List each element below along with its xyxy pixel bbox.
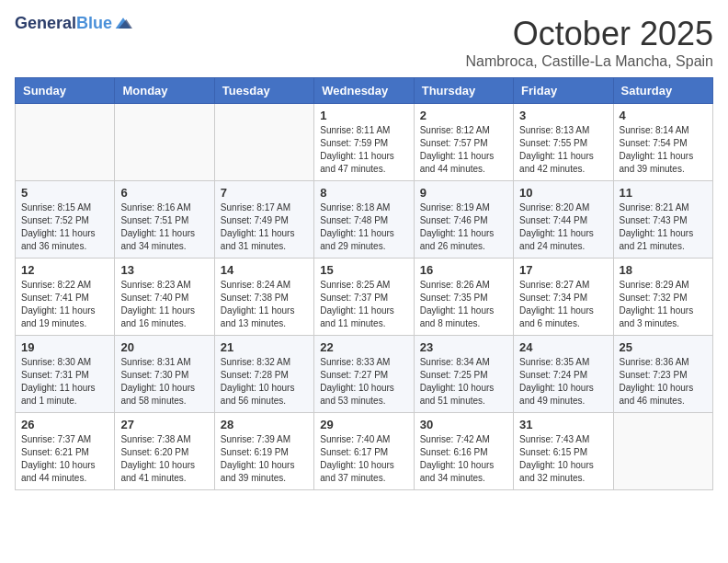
- day-info: Sunrise: 8:32 AM Sunset: 7:28 PM Dayligh…: [221, 356, 308, 408]
- calendar-cell: 16Sunrise: 8:26 AM Sunset: 7:35 PM Dayli…: [414, 259, 513, 336]
- column-header-monday: Monday: [115, 78, 214, 104]
- day-number: 18: [620, 263, 707, 277]
- logo-text: GeneralBlue: [15, 15, 112, 33]
- day-info: Sunrise: 8:17 AM Sunset: 7:49 PM Dayligh…: [221, 201, 308, 253]
- day-info: Sunrise: 8:21 AM Sunset: 7:43 PM Dayligh…: [620, 201, 707, 253]
- day-number: 4: [620, 109, 707, 122]
- calendar-cell: 7Sunrise: 8:17 AM Sunset: 7:49 PM Daylig…: [214, 181, 313, 259]
- day-number: 8: [320, 186, 407, 200]
- day-number: 5: [21, 186, 108, 200]
- day-number: 27: [120, 418, 208, 431]
- day-info: Sunrise: 8:29 AM Sunset: 7:32 PM Dayligh…: [620, 279, 707, 330]
- calendar-cell: 8Sunrise: 8:18 AM Sunset: 7:48 PM Daylig…: [314, 181, 414, 259]
- day-number: 15: [320, 263, 407, 277]
- calendar-header-row: SundayMondayTuesdayWednesdayThursdayFrid…: [16, 78, 713, 104]
- day-info: Sunrise: 8:20 AM Sunset: 7:44 PM Dayligh…: [519, 201, 607, 253]
- day-info: Sunrise: 8:16 AM Sunset: 7:51 PM Dayligh…: [120, 201, 208, 253]
- calendar-cell: 9Sunrise: 8:19 AM Sunset: 7:46 PM Daylig…: [414, 181, 513, 259]
- calendar-cell: 10Sunrise: 8:20 AM Sunset: 7:44 PM Dayli…: [514, 181, 613, 259]
- day-number: 31: [519, 418, 607, 431]
- day-number: 26: [21, 418, 108, 431]
- day-number: 6: [120, 186, 208, 200]
- day-number: 11: [620, 186, 707, 200]
- calendar-cell: 31Sunrise: 7:43 AM Sunset: 6:15 PM Dayli…: [514, 413, 613, 490]
- calendar-cell: 18Sunrise: 8:29 AM Sunset: 7:32 PM Dayli…: [613, 259, 712, 336]
- column-header-saturday: Saturday: [613, 78, 712, 104]
- day-number: 20: [120, 340, 208, 354]
- calendar-cell: 20Sunrise: 8:31 AM Sunset: 7:30 PM Dayli…: [115, 336, 214, 413]
- calendar-cell: [115, 104, 214, 181]
- day-info: Sunrise: 8:15 AM Sunset: 7:52 PM Dayligh…: [21, 201, 108, 253]
- calendar-cell: 13Sunrise: 8:23 AM Sunset: 7:40 PM Dayli…: [115, 259, 214, 336]
- logo-icon: [114, 15, 132, 33]
- calendar-cell: 26Sunrise: 7:37 AM Sunset: 6:21 PM Dayli…: [16, 413, 115, 490]
- day-info: Sunrise: 7:38 AM Sunset: 6:20 PM Dayligh…: [120, 433, 208, 485]
- day-info: Sunrise: 8:30 AM Sunset: 7:31 PM Dayligh…: [21, 356, 108, 408]
- day-info: Sunrise: 8:22 AM Sunset: 7:41 PM Dayligh…: [21, 279, 108, 330]
- day-info: Sunrise: 7:42 AM Sunset: 6:16 PM Dayligh…: [420, 433, 507, 485]
- day-info: Sunrise: 8:25 AM Sunset: 7:37 PM Dayligh…: [320, 279, 407, 330]
- calendar-cell: [16, 104, 115, 181]
- day-number: 3: [519, 109, 607, 122]
- day-info: Sunrise: 8:14 AM Sunset: 7:54 PM Dayligh…: [620, 124, 707, 176]
- calendar-cell: 1Sunrise: 8:11 AM Sunset: 7:59 PM Daylig…: [314, 104, 414, 181]
- title-block: October 2025 Nambroca, Castille-La Manch…: [466, 15, 713, 70]
- day-info: Sunrise: 8:13 AM Sunset: 7:55 PM Dayligh…: [519, 124, 607, 176]
- day-number: 28: [221, 418, 308, 431]
- day-number: 23: [420, 340, 507, 354]
- day-number: 22: [320, 340, 407, 354]
- day-info: Sunrise: 8:35 AM Sunset: 7:24 PM Dayligh…: [519, 356, 607, 408]
- day-number: 9: [420, 186, 507, 200]
- day-info: Sunrise: 8:18 AM Sunset: 7:48 PM Dayligh…: [320, 201, 407, 253]
- day-number: 12: [21, 263, 108, 277]
- column-header-sunday: Sunday: [16, 78, 115, 104]
- column-header-thursday: Thursday: [414, 78, 513, 104]
- calendar-cell: 25Sunrise: 8:36 AM Sunset: 7:23 PM Dayli…: [613, 336, 712, 413]
- logo: GeneralBlue: [15, 15, 132, 33]
- calendar-week-row: 5Sunrise: 8:15 AM Sunset: 7:52 PM Daylig…: [16, 181, 713, 259]
- day-info: Sunrise: 8:19 AM Sunset: 7:46 PM Dayligh…: [420, 201, 507, 253]
- day-info: Sunrise: 8:27 AM Sunset: 7:34 PM Dayligh…: [519, 279, 607, 330]
- month-title: October 2025: [466, 15, 713, 53]
- calendar-cell: 21Sunrise: 8:32 AM Sunset: 7:28 PM Dayli…: [214, 336, 313, 413]
- column-header-wednesday: Wednesday: [314, 78, 414, 104]
- day-info: Sunrise: 8:34 AM Sunset: 7:25 PM Dayligh…: [420, 356, 507, 408]
- calendar-cell: 4Sunrise: 8:14 AM Sunset: 7:54 PM Daylig…: [613, 104, 712, 181]
- calendar-table: SundayMondayTuesdayWednesdayThursdayFrid…: [15, 77, 713, 490]
- day-number: 13: [120, 263, 208, 277]
- day-number: 10: [519, 186, 607, 200]
- day-number: 21: [221, 340, 308, 354]
- calendar-week-row: 12Sunrise: 8:22 AM Sunset: 7:41 PM Dayli…: [16, 259, 713, 336]
- day-info: Sunrise: 8:12 AM Sunset: 7:57 PM Dayligh…: [420, 124, 507, 176]
- calendar-cell: 14Sunrise: 8:24 AM Sunset: 7:38 PM Dayli…: [214, 259, 313, 336]
- calendar-cell: 17Sunrise: 8:27 AM Sunset: 7:34 PM Dayli…: [514, 259, 613, 336]
- day-number: 19: [21, 340, 108, 354]
- day-number: 2: [420, 109, 507, 122]
- day-number: 30: [420, 418, 507, 431]
- calendar-week-row: 26Sunrise: 7:37 AM Sunset: 6:21 PM Dayli…: [16, 413, 713, 490]
- calendar-cell: 19Sunrise: 8:30 AM Sunset: 7:31 PM Dayli…: [16, 336, 115, 413]
- day-info: Sunrise: 7:43 AM Sunset: 6:15 PM Dayligh…: [519, 433, 607, 485]
- day-number: 1: [320, 109, 407, 122]
- day-info: Sunrise: 8:33 AM Sunset: 7:27 PM Dayligh…: [320, 356, 407, 408]
- day-number: 17: [519, 263, 607, 277]
- calendar-cell: 27Sunrise: 7:38 AM Sunset: 6:20 PM Dayli…: [115, 413, 214, 490]
- day-info: Sunrise: 7:39 AM Sunset: 6:19 PM Dayligh…: [221, 433, 308, 485]
- calendar-cell: 3Sunrise: 8:13 AM Sunset: 7:55 PM Daylig…: [514, 104, 613, 181]
- day-info: Sunrise: 8:31 AM Sunset: 7:30 PM Dayligh…: [120, 356, 208, 408]
- location-subtitle: Nambroca, Castille-La Mancha, Spain: [466, 53, 713, 70]
- day-info: Sunrise: 8:36 AM Sunset: 7:23 PM Dayligh…: [620, 356, 707, 408]
- calendar-cell: [613, 413, 712, 490]
- day-number: 24: [519, 340, 607, 354]
- calendar-cell: 6Sunrise: 8:16 AM Sunset: 7:51 PM Daylig…: [115, 181, 214, 259]
- calendar-cell: 29Sunrise: 7:40 AM Sunset: 6:17 PM Dayli…: [314, 413, 414, 490]
- day-info: Sunrise: 8:23 AM Sunset: 7:40 PM Dayligh…: [120, 279, 208, 330]
- day-number: 7: [221, 186, 308, 200]
- day-info: Sunrise: 8:24 AM Sunset: 7:38 PM Dayligh…: [221, 279, 308, 330]
- calendar-cell: 5Sunrise: 8:15 AM Sunset: 7:52 PM Daylig…: [16, 181, 115, 259]
- day-info: Sunrise: 8:11 AM Sunset: 7:59 PM Dayligh…: [320, 124, 407, 176]
- day-info: Sunrise: 7:40 AM Sunset: 6:17 PM Dayligh…: [320, 433, 407, 485]
- calendar-cell: 23Sunrise: 8:34 AM Sunset: 7:25 PM Dayli…: [414, 336, 513, 413]
- day-number: 29: [320, 418, 407, 431]
- calendar-cell: 12Sunrise: 8:22 AM Sunset: 7:41 PM Dayli…: [16, 259, 115, 336]
